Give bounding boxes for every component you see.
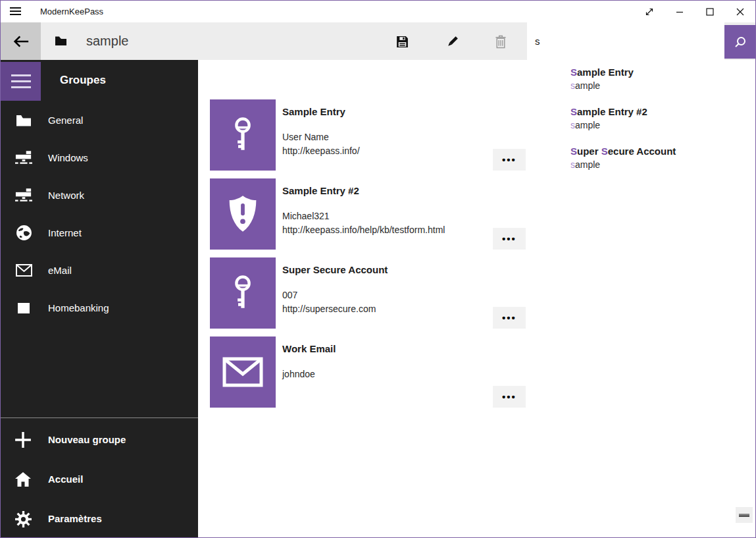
nav-hamburger-button[interactable]	[1, 62, 41, 101]
sidebar-item-label: General	[48, 101, 83, 139]
entry-meta: johndoe	[282, 367, 315, 381]
entry-tile	[210, 178, 276, 250]
sidebar-item-email[interactable]: eMail	[1, 252, 198, 289]
app-title: ModernKeePass	[40, 1, 103, 22]
entry-row-sample-entry-2[interactable]: Sample Entry #2 Michael321 http://keepas…	[210, 178, 526, 250]
sidebar-action-new-group[interactable]: Nouveau groupe	[1, 420, 198, 460]
more-button[interactable]: •••	[493, 307, 526, 329]
sidebar: Groupes General Windows	[1, 60, 198, 537]
more-button[interactable]: •••	[493, 228, 526, 250]
entry-tile	[210, 336, 276, 408]
suggestion-subtitle: sample	[570, 79, 748, 92]
key-icon	[229, 115, 257, 155]
command-bar: sample	[1, 22, 755, 60]
groups-heading: Groupes	[60, 74, 106, 87]
entry-url: http://keepass.info/help/kb/testform.htm…	[282, 223, 445, 237]
key-icon	[229, 273, 257, 313]
minimize-icon	[674, 7, 685, 17]
globe-icon	[15, 225, 32, 242]
suggestion-subtitle: sample	[570, 158, 748, 171]
entry-title: Work Email	[282, 343, 336, 354]
entry-url: http://keepass.info/	[282, 144, 360, 158]
envelope-icon	[15, 262, 32, 279]
app-window: ModernKeePass	[0, 0, 756, 538]
minus-icon	[739, 514, 749, 517]
sidebar-item-network[interactable]: Network	[1, 176, 198, 214]
search-icon	[733, 35, 747, 49]
sidebar-item-label: Network	[48, 176, 84, 214]
semantic-zoom-out-button[interactable]	[736, 507, 753, 523]
entry-tile	[210, 257, 276, 329]
suggestion-title: Super Secure Account	[570, 145, 748, 158]
fullscreen-button[interactable]	[634, 1, 665, 22]
entry-tile	[210, 99, 276, 171]
home-icon	[14, 470, 32, 489]
sidebar-action-home[interactable]: Accueil	[1, 460, 198, 499]
sidebar-divider	[1, 417, 198, 418]
save-icon	[395, 35, 409, 49]
trash-icon	[495, 35, 507, 49]
entry-title: Super Secure Account	[282, 264, 388, 275]
entry-url: http://supersecure.com	[282, 302, 376, 316]
sidebar-item-homebanking[interactable]: Homebanking	[1, 289, 198, 327]
edit-button[interactable]	[440, 29, 465, 54]
search-suggestions: Sample Entry sample Sample Entry #2 samp…	[527, 60, 755, 192]
maximize-button[interactable]	[695, 1, 725, 22]
entry-meta: Michael321 http://keepass.info/help/kb/t…	[282, 209, 445, 236]
suggestion-title: Sample Entry #2	[570, 105, 748, 119]
more-button[interactable]: •••	[493, 386, 526, 408]
close-icon	[735, 7, 745, 17]
entry-row-super-secure-account[interactable]: Super Secure Account 007 http://supersec…	[210, 257, 526, 329]
square-icon	[15, 300, 32, 317]
titlebar: ModernKeePass	[1, 1, 755, 22]
sidebar-item-windows[interactable]: Windows	[1, 139, 198, 176]
database-icon	[55, 36, 67, 49]
search-input[interactable]	[527, 22, 724, 60]
save-button[interactable]	[390, 29, 415, 54]
entry-username: 007	[282, 288, 376, 302]
email-icon	[222, 357, 263, 387]
minimize-button[interactable]	[665, 1, 695, 22]
shield-alert-icon	[225, 194, 261, 234]
sidebar-action-label: Nouveau groupe	[48, 420, 126, 460]
network-icon	[15, 149, 32, 167]
search-button[interactable]	[724, 25, 755, 59]
sidebar-item-label: eMail	[48, 252, 72, 289]
back-arrow-icon	[12, 34, 30, 49]
close-button[interactable]	[725, 1, 755, 22]
network-icon	[15, 187, 32, 204]
entry-title: Sample Entry #2	[282, 185, 359, 196]
sidebar-action-label: Accueil	[48, 460, 83, 499]
folder-icon	[15, 112, 32, 129]
suggestion-sample-entry-2[interactable]: Sample Entry #2 sample	[570, 105, 748, 140]
maximize-icon	[705, 7, 715, 17]
entry-username: johndoe	[282, 367, 315, 381]
suggestion-subtitle: sample	[570, 119, 748, 132]
entry-meta: 007 http://supersecure.com	[282, 288, 376, 315]
plus-icon	[14, 431, 32, 449]
sidebar-item-internet[interactable]: Internet	[1, 214, 198, 252]
gear-icon	[14, 510, 32, 528]
delete-button[interactable]	[488, 29, 513, 54]
suggestion-sample-entry[interactable]: Sample Entry sample	[570, 66, 748, 100]
entry-row-sample-entry[interactable]: Sample Entry User Name http://keepass.in…	[210, 99, 526, 171]
suggestion-super-secure-account[interactable]: Super Secure Account sample	[570, 145, 748, 179]
entry-username: Michael321	[282, 209, 445, 223]
database-title: sample	[86, 22, 128, 59]
back-button[interactable]	[1, 22, 41, 60]
sidebar-item-label: Internet	[48, 214, 82, 252]
search-box	[527, 22, 724, 60]
sidebar-action-settings[interactable]: Paramètres	[1, 499, 198, 538]
entry-username: User Name	[282, 130, 360, 144]
edit-pencil-icon	[445, 35, 459, 49]
fullscreen-icon	[644, 7, 655, 17]
entry-title: Sample Entry	[282, 106, 345, 117]
entry-row-work-email[interactable]: Work Email johndoe •••	[210, 336, 526, 408]
sidebar-item-label: Homebanking	[48, 289, 109, 327]
more-button[interactable]: •••	[493, 149, 526, 171]
suggestion-title: Sample Entry	[570, 66, 748, 79]
sidebar-item-general[interactable]: General	[1, 101, 198, 139]
entry-meta: User Name http://keepass.info/	[282, 130, 360, 157]
sidebar-action-label: Paramètres	[48, 499, 102, 538]
titlebar-hamburger-icon[interactable]	[10, 6, 23, 16]
